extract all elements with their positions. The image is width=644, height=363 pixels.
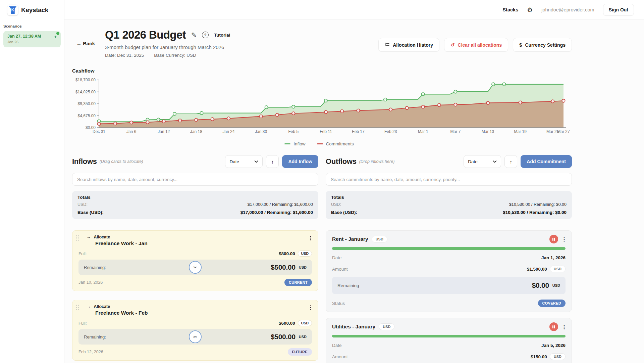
outflows-totals: Totals USD: $10,530.00 / Remaining: $0.0… bbox=[326, 191, 572, 219]
data-point bbox=[492, 83, 495, 86]
help-icon[interactable]: ? bbox=[202, 32, 209, 38]
main-content: ← Back Q1 2026 Budget ✎ ? Tutorial 3-mon… bbox=[64, 20, 644, 363]
split-scissors-button[interactable]: ✂ bbox=[189, 330, 202, 343]
allocate-action[interactable]: → Allocate bbox=[87, 235, 312, 239]
data-point bbox=[551, 100, 554, 103]
remaining-amount: $0.00 bbox=[532, 281, 549, 289]
data-point bbox=[502, 83, 505, 86]
back-button[interactable]: ← Back bbox=[76, 41, 95, 58]
currency-settings-label: Currency Settings bbox=[525, 42, 566, 48]
inflow-card[interactable]: ⋮ → Allocate Freelance Work - Jan Full: … bbox=[72, 230, 318, 291]
kebab-menu-icon[interactable]: ⋮ bbox=[308, 304, 313, 311]
scenario-add-icon[interactable]: + bbox=[54, 34, 57, 39]
x-axis-tick: Mar 27 bbox=[557, 129, 570, 134]
outflow-card[interactable]: Rent - January USD ⋮ Date Jan 1, 2026 Am… bbox=[326, 230, 572, 312]
full-label: Full: bbox=[78, 321, 87, 326]
page-subtitle: 3-month budget plan for January through … bbox=[105, 44, 378, 50]
inflow-card-title: Freelance Work - Jan bbox=[95, 240, 312, 246]
currency-settings-button[interactable]: $ Currency Settings bbox=[513, 38, 572, 52]
chevron-down-icon bbox=[493, 160, 497, 163]
data-point bbox=[265, 106, 268, 109]
remaining-band: Remaining: ✂ $500.00 USD bbox=[78, 329, 312, 345]
inflows-title: Inflows bbox=[72, 157, 97, 166]
legend-item-commitments: Commitments bbox=[317, 141, 354, 146]
status-badge: CURRENT bbox=[284, 279, 312, 286]
inflows-search-input[interactable] bbox=[72, 173, 318, 186]
outflows-search-input[interactable] bbox=[326, 173, 572, 186]
sign-out-button[interactable]: Sign Out bbox=[603, 4, 634, 16]
currency-code: USD bbox=[552, 283, 560, 287]
gear-icon[interactable]: ⚙ bbox=[527, 7, 533, 13]
outflows-sort-select[interactable]: Date bbox=[464, 155, 501, 168]
pause-button[interactable] bbox=[549, 235, 558, 243]
totals-usd-value: $17,000.00 / Remaining: $1,600.00 bbox=[248, 202, 313, 207]
y-axis-tick: $4,675.00 bbox=[72, 114, 96, 118]
page-header: ← Back Q1 2026 Budget ✎ ? Tutorial 3-mon… bbox=[72, 29, 572, 58]
x-axis-tick: Mar 1 bbox=[418, 129, 428, 134]
data-point bbox=[162, 120, 165, 123]
tutorial-link[interactable]: Tutorial bbox=[214, 33, 230, 38]
outflow-card[interactable]: Utilities - January USD ⋮ Date Jan 5, 20… bbox=[326, 318, 572, 363]
pause-button[interactable] bbox=[549, 322, 558, 331]
base-currency: Base Currency: USD bbox=[154, 53, 196, 58]
legend-inflow-label: Inflow bbox=[293, 141, 305, 146]
inflows-sort-select[interactable]: Date bbox=[225, 155, 263, 168]
data-point bbox=[227, 117, 230, 120]
remaining-label: Remaining: bbox=[84, 334, 106, 339]
kebab-menu-icon[interactable]: ⋮ bbox=[561, 236, 567, 242]
date-value: Jan 1, 2026 bbox=[541, 255, 566, 260]
allocation-history-button[interactable]: Allocation History bbox=[378, 38, 439, 52]
totals-base-value: $17,000.00 / Remaining: $1,600.00 bbox=[240, 210, 313, 215]
currency-pill: USD bbox=[298, 251, 312, 257]
scenario-title: Jan 27, 12:38 AM bbox=[7, 34, 57, 39]
app-logo[interactable]: K Keystack bbox=[0, 0, 64, 15]
drag-handle-icon[interactable] bbox=[76, 235, 80, 241]
data-point bbox=[324, 110, 327, 114]
topbar: Stacks ⚙ johndoe@eprovider.com Sign Out bbox=[0, 0, 644, 20]
status-badge: FUTURE bbox=[288, 348, 312, 356]
currency-pill: USD bbox=[550, 353, 566, 360]
data-point bbox=[178, 119, 181, 122]
inflows-totals: Totals USD: $17,000.00 / Remaining: $1,6… bbox=[72, 191, 318, 219]
amount-label: Amount bbox=[332, 354, 348, 359]
inflows-sort-direction-button[interactable]: ↑ bbox=[266, 155, 279, 168]
commitments-swatch-icon bbox=[317, 143, 323, 144]
back-arrow-icon: ← bbox=[76, 41, 82, 46]
scenario-item[interactable]: Jan 27, 12:38 AM Jan 26 + bbox=[3, 31, 61, 47]
logo-letter: K bbox=[9, 6, 16, 14]
currency-pill: USD bbox=[298, 320, 312, 326]
add-commitment-button[interactable]: Add Commitment bbox=[521, 155, 572, 168]
totals-heading: Totals bbox=[331, 195, 567, 200]
app-name: Keystack bbox=[21, 6, 48, 14]
data-point bbox=[173, 112, 176, 115]
allocation-history-label: Allocation History bbox=[393, 42, 433, 48]
totals-usd-label: USD: bbox=[331, 202, 341, 207]
history-list-icon bbox=[385, 42, 390, 47]
inflow-card[interactable]: ⋮ → Allocate Freelance Work - Feb Full: … bbox=[72, 300, 318, 361]
x-axis-tick: Jan 24 bbox=[222, 129, 234, 134]
outflows-panel: Outflows (Drop inflows here) Date ↑ Add … bbox=[326, 155, 572, 363]
x-axis-tick: Dec 31 bbox=[93, 129, 105, 134]
split-scissors-button[interactable]: ✂ bbox=[189, 261, 202, 274]
outflows-sort-direction-button[interactable]: ↑ bbox=[504, 155, 517, 168]
edit-title-icon[interactable]: ✎ bbox=[191, 31, 197, 39]
y-axis-tick: $9,350.00 bbox=[72, 101, 96, 106]
totals-base-label: Base (USD): bbox=[77, 210, 104, 215]
y-axis-tick: $18,700.00 bbox=[72, 78, 96, 82]
kebab-menu-icon[interactable]: ⋮ bbox=[561, 324, 567, 330]
drag-handle-icon[interactable] bbox=[76, 304, 80, 311]
data-point bbox=[562, 99, 565, 102]
add-inflow-button[interactable]: Add Inflow bbox=[282, 155, 318, 168]
clear-all-allocations-button[interactable]: ↺ Clear all allocations bbox=[444, 38, 508, 52]
allocate-action[interactable]: → Allocate bbox=[87, 304, 312, 309]
status-badge: COVERED bbox=[538, 300, 566, 307]
nav-stacks-link[interactable]: Stacks bbox=[502, 7, 518, 12]
x-axis-tick: Mar 13 bbox=[482, 129, 494, 134]
outflow-card-title: Rent - January bbox=[332, 236, 368, 242]
data-point bbox=[357, 109, 360, 112]
x-axis-tick: Feb 11 bbox=[320, 129, 332, 134]
pause-icon bbox=[552, 238, 553, 241]
cashflow-chart: $0.00$4,675.00$9,350.00$14,025.00$18,700… bbox=[72, 78, 566, 138]
kebab-menu-icon[interactable]: ⋮ bbox=[308, 235, 313, 241]
remaining-band: Remaining: ✂ $500.00 USD bbox=[78, 260, 312, 275]
